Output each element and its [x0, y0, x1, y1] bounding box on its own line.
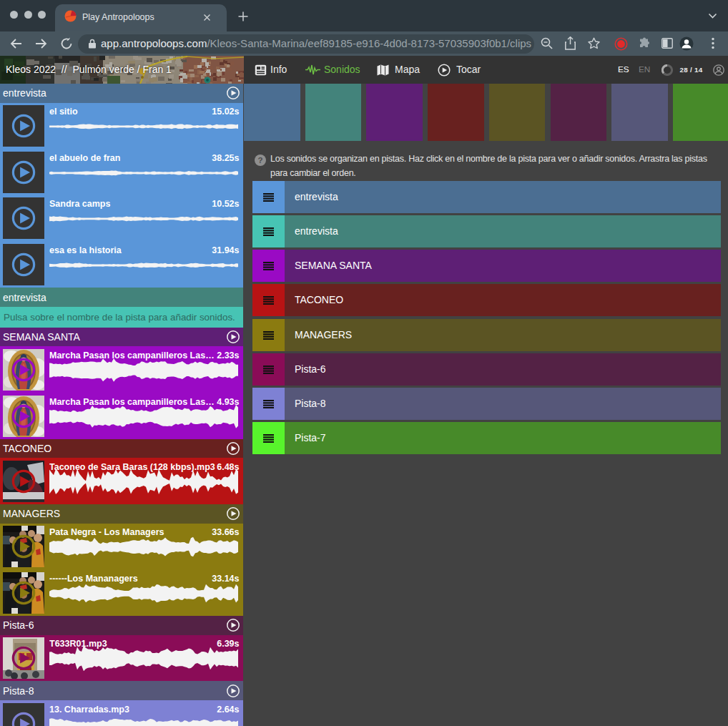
svg-text:?: ?	[257, 156, 262, 165]
